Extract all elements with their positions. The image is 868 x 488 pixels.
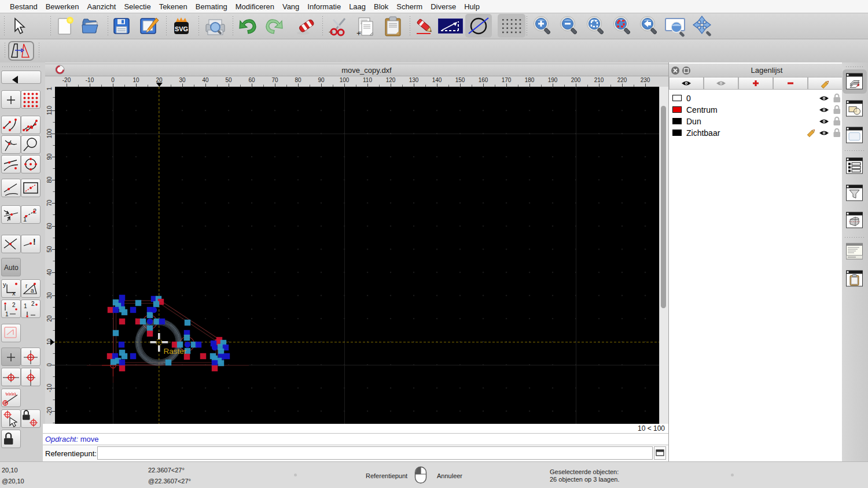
svg-text:1: 1 xyxy=(24,303,27,309)
svg-text:Raster: Raster xyxy=(164,347,187,356)
svg-text:170: 170 xyxy=(502,77,512,83)
svg-text:y: y xyxy=(3,281,6,288)
svg-text:100: 100 xyxy=(340,77,350,83)
svg-text:40: 40 xyxy=(46,269,53,276)
svg-text:70: 70 xyxy=(271,77,278,83)
svg-text:x: x xyxy=(12,290,16,297)
svg-text:100: 100 xyxy=(46,128,53,138)
svg-text:1: 1 xyxy=(5,311,9,317)
svg-text:110: 110 xyxy=(46,106,53,115)
svg-text:190: 190 xyxy=(548,77,558,83)
svg-text:10: 10 xyxy=(133,77,139,83)
svg-text:160: 160 xyxy=(479,77,488,83)
svg-text:40: 40 xyxy=(202,77,209,83)
svg-text:80: 80 xyxy=(46,176,53,183)
svg-text:140: 140 xyxy=(432,77,442,83)
svg-text:30: 30 xyxy=(179,77,186,83)
svg-text:2: 2 xyxy=(31,301,35,307)
svg-text:70: 70 xyxy=(46,199,53,206)
svg-text:20: 20 xyxy=(156,77,163,83)
svg-text:230: 230 xyxy=(641,77,650,83)
svg-text:30: 30 xyxy=(46,292,53,299)
svg-text:90: 90 xyxy=(318,77,325,83)
svg-text:0: 0 xyxy=(111,77,115,83)
svg-text:!: ! xyxy=(33,237,36,246)
svg-text:Auto: Auto xyxy=(4,264,19,272)
svg-text:50: 50 xyxy=(225,77,232,83)
svg-text:0: 0 xyxy=(46,363,53,367)
svg-text:r: r xyxy=(25,283,28,289)
svg-text:+: + xyxy=(356,29,361,37)
svg-text:20: 20 xyxy=(46,315,53,322)
svg-text:50: 50 xyxy=(46,246,53,253)
svg-text:-10: -10 xyxy=(46,383,53,392)
svg-text:130: 130 xyxy=(409,77,419,83)
svg-text:90: 90 xyxy=(46,153,53,160)
svg-text:-10: -10 xyxy=(86,77,94,83)
svg-text:a: a xyxy=(31,287,34,294)
svg-text:80: 80 xyxy=(295,77,301,83)
svg-text:200: 200 xyxy=(571,77,581,83)
svg-text:220: 220 xyxy=(617,77,627,83)
svg-text:60: 60 xyxy=(46,223,53,230)
svg-text:SVG: SVG xyxy=(175,25,188,32)
svg-text:210: 210 xyxy=(594,77,604,83)
svg-text:150: 150 xyxy=(455,77,465,83)
svg-text:110: 110 xyxy=(363,77,372,83)
svg-text:2: 2 xyxy=(12,302,16,308)
svg-text:120: 120 xyxy=(386,77,396,83)
svg-text:60: 60 xyxy=(248,77,255,83)
svg-text:-20: -20 xyxy=(62,77,71,83)
svg-text:120: 120 xyxy=(46,87,53,90)
svg-text:180: 180 xyxy=(525,77,535,83)
svg-text:-20: -20 xyxy=(46,406,53,415)
